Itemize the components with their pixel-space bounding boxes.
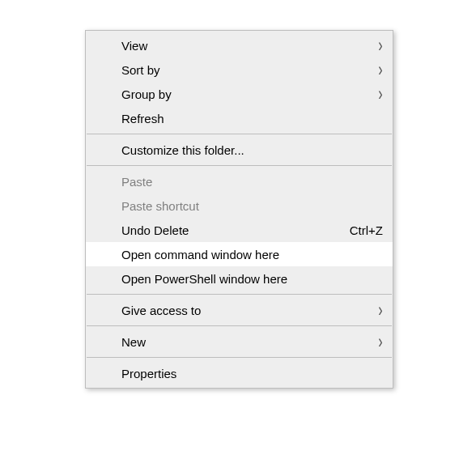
menu-item-label: Give access to <box>121 304 378 317</box>
chevron-right-icon: › <box>378 84 382 103</box>
menu-item-group-by[interactable]: Group by› <box>86 82 393 106</box>
menu-item-refresh[interactable]: Refresh <box>86 106 393 130</box>
chevron-right-icon: › <box>378 300 382 319</box>
menu-item-label: Open PowerShell window here <box>121 272 383 286</box>
menu-item-label: View <box>121 39 378 53</box>
menu-separator <box>87 325 392 326</box>
menu-item-label: Paste shortcut <box>121 199 383 213</box>
menu-item-open-powershell-window-here[interactable]: Open PowerShell window here <box>86 266 393 291</box>
menu-item-label: Refresh <box>121 112 383 125</box>
chevron-right-icon: › <box>378 36 382 54</box>
menu-item-label: Paste <box>121 175 383 189</box>
menu-item-view[interactable]: View› <box>86 33 393 57</box>
menu-item-label: Undo Delete <box>121 223 334 237</box>
menu-item-shortcut: Ctrl+Z <box>350 223 383 237</box>
menu-separator <box>87 134 392 134</box>
menu-item-customize-this-folder[interactable]: Customize this folder... <box>86 138 393 162</box>
menu-item-label: Group by <box>121 87 378 101</box>
menu-item-properties[interactable]: Properties <box>86 361 393 385</box>
menu-item-label: Customize this folder... <box>121 143 383 157</box>
menu-item-give-access-to[interactable]: Give access to› <box>86 298 393 322</box>
menu-item-label: Sort by <box>121 63 378 77</box>
menu-separator <box>87 294 392 295</box>
menu-item-paste: Paste <box>86 169 393 193</box>
chevron-right-icon: › <box>378 60 382 79</box>
menu-item-new[interactable]: New› <box>86 329 393 354</box>
menu-item-undo-delete[interactable]: Undo DeleteCtrl+Z <box>86 218 393 242</box>
context-menu: View›Sort by›Group by›RefreshCustomize t… <box>85 30 393 389</box>
menu-item-label: Properties <box>121 367 383 380</box>
menu-item-open-command-window-here[interactable]: Open command window here <box>86 242 393 266</box>
menu-item-sort-by[interactable]: Sort by› <box>86 57 393 82</box>
menu-item-label: New <box>121 335 378 349</box>
menu-separator <box>87 165 392 166</box>
menu-item-paste-shortcut: Paste shortcut <box>86 193 393 218</box>
menu-item-label: Open command window here <box>121 248 383 261</box>
menu-separator <box>87 357 392 358</box>
chevron-right-icon: › <box>378 332 382 351</box>
